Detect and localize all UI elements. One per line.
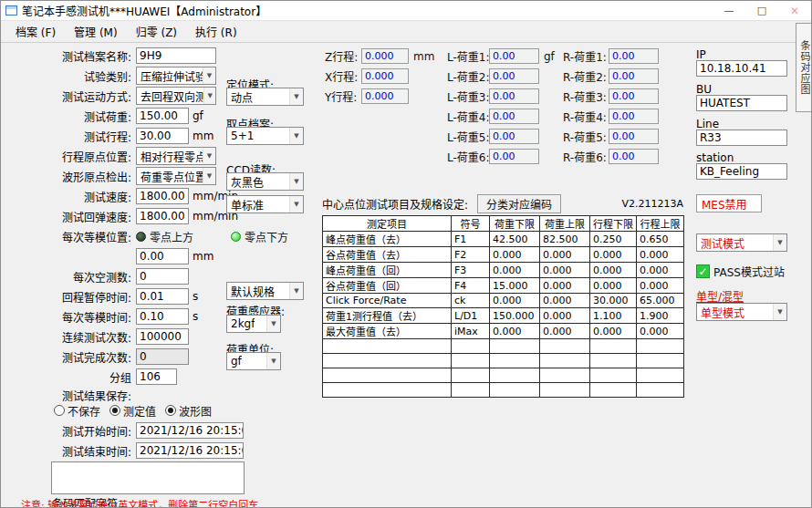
radio-no-save[interactable]	[54, 405, 65, 416]
right-load-value-display: 0.00	[609, 88, 659, 104]
table-row[interactable]: 峰点荷重值（回）F30.0000.0000.0000.000	[323, 263, 684, 278]
load-unit-select[interactable]: gf ▼	[226, 352, 281, 370]
left-load-value-display: 0.00	[489, 88, 539, 104]
chevron-down-icon: ▼	[266, 316, 280, 332]
maximize-button[interactable]: □	[745, 1, 778, 21]
table-cell	[540, 339, 590, 354]
mes-status-button[interactable]: MES禁用	[696, 194, 762, 213]
test-speed-input[interactable]: 1800.00	[136, 188, 189, 204]
minimize-button[interactable]: —	[713, 1, 745, 21]
ip-label: IP	[696, 48, 706, 61]
table-cell: 0.000	[590, 263, 637, 278]
test-category-select[interactable]: 压缩拉伸试验 ▼	[136, 67, 216, 85]
standard-select[interactable]: 单标准 ▼	[226, 195, 304, 213]
right-load-label: R-荷重2:	[563, 68, 609, 84]
table-cell: 30.000	[590, 294, 637, 308]
right-load-value-display: 0.00	[609, 129, 659, 144]
table-row[interactable]: 最大荷重值（去）iMax0.0000.0000.0000.000	[323, 324, 684, 339]
axis-label: Y行程:	[325, 88, 361, 104]
stroke-origin-select[interactable]: 相对行程零点 ▼	[136, 147, 216, 165]
test-stroke-unit: mm	[193, 130, 213, 142]
wave-origin-label: 波形原点检出:	[37, 169, 136, 184]
spec-table-head-row: 测定项目符号荷重下限荷重上限行程下限行程上限	[323, 216, 684, 232]
left-load-label: L-荷重4:	[447, 109, 489, 124]
stroke-origin-label: 行程原点位置:	[37, 149, 136, 164]
left-load-label: L-荷重3:	[447, 88, 489, 104]
table-row[interactable]: 峰点荷重值（去）F142.50082.5000.2500.650	[323, 232, 684, 247]
position-mode-select[interactable]: 动点 ▼	[226, 88, 304, 106]
table-cell	[323, 383, 452, 398]
motion-mode-select[interactable]: 去回程双向测定 ▼	[136, 87, 216, 105]
wait-position-label: 每次等模位置:	[37, 229, 136, 244]
pause-time-unit: s	[193, 290, 198, 303]
table-row[interactable]: 荷重1测行程值（去）L/D1150.0000.0001.1001.900	[323, 308, 684, 324]
test-mode-value: 测试模式	[701, 235, 744, 251]
table-cell	[323, 339, 452, 354]
chevron-down-icon: ▼	[203, 88, 215, 104]
table-cell: 0.000	[540, 324, 590, 339]
motion-mode-label: 测试运动方式:	[37, 88, 136, 104]
table-row[interactable]	[323, 368, 684, 383]
menu-run[interactable]: 执行 (R)	[186, 21, 246, 42]
test-load-input[interactable]: 150.00	[136, 108, 189, 124]
wave-origin-select[interactable]: 荷重零点位置 ▼	[136, 167, 216, 185]
right-load-label: R-荷重5:	[563, 129, 609, 144]
station-input[interactable]: KB_Feeling	[696, 163, 787, 180]
barcode-input[interactable]	[51, 461, 245, 494]
start-time-display: 2021/12/16 20:15:04	[136, 422, 244, 439]
pass-checkbox[interactable]: ✓	[696, 264, 710, 278]
window-controls: — □ ✕	[713, 1, 811, 21]
ip-input[interactable]: 10.18.10.41	[696, 60, 787, 77]
wait-offset-input[interactable]: 0.00	[136, 248, 189, 264]
right-load-label: R-荷重1:	[563, 48, 609, 64]
table-cell	[590, 339, 637, 354]
radio-waveform[interactable]	[165, 405, 176, 416]
test-mode-select[interactable]: 测试模式 ▼	[696, 233, 787, 252]
type-mode-select[interactable]: 单型模式 ▼	[696, 303, 787, 321]
left-load-value-display: 0.00	[489, 48, 539, 64]
barcode-map-side-tab[interactable]: 条码对应图	[796, 23, 812, 112]
point-file-select[interactable]: 5+1 ▼	[226, 127, 304, 145]
continuous-count-input[interactable]: 100000	[136, 328, 189, 345]
table-cell: F3	[452, 263, 490, 278]
menu-zero[interactable]: 归零 (Z)	[127, 21, 186, 42]
table-cell: 0.250	[590, 232, 637, 247]
led-below-zero[interactable]	[231, 232, 241, 242]
test-category-value: 压缩拉伸试验	[141, 68, 203, 84]
test-category-label: 试验类别:	[37, 68, 136, 84]
file-name-input[interactable]: 9H9	[136, 47, 216, 64]
ccd-read-select[interactable]: 灰黑色 ▼	[226, 172, 304, 191]
radio-measured-value-label: 测定值	[123, 403, 156, 419]
default-spec-select[interactable]: 默认规格 ▼	[226, 282, 304, 300]
menu-manage[interactable]: 管理 (M)	[65, 21, 127, 42]
load-unit-value: gf	[231, 355, 242, 368]
wait-offset-unit: mm	[193, 250, 213, 263]
left-load-unit: gf	[539, 50, 563, 63]
load-sensor-select[interactable]: 2kgf ▼	[226, 315, 281, 333]
table-row[interactable]: 谷点荷重值（回）F415.0000.0000.0000.000	[323, 278, 684, 294]
pause-time-input[interactable]: 0.01	[136, 288, 189, 305]
led-above-zero[interactable]	[136, 232, 146, 242]
wait-time-input[interactable]: 0.10	[136, 308, 189, 325]
close-button[interactable]: ✕	[778, 1, 811, 21]
test-stroke-input[interactable]: 30.00	[136, 128, 189, 144]
axis-label: Z行程:	[325, 48, 361, 64]
table-cell: 0.000	[490, 324, 540, 339]
wait-position-option-above: 零点上方	[150, 229, 193, 244]
table-row[interactable]	[323, 383, 684, 398]
table-row[interactable]	[323, 354, 684, 368]
bu-input[interactable]: HUATEST	[696, 95, 787, 111]
group-input[interactable]: 106	[136, 368, 177, 385]
empty-tests-input[interactable]: 0	[136, 268, 189, 285]
line-input[interactable]: R33	[696, 130, 787, 146]
left-load-value-display: 0.00	[489, 129, 539, 144]
rebound-speed-input[interactable]: 1800.00	[136, 208, 189, 224]
chevron-down-icon: ▼	[203, 168, 215, 184]
table-row[interactable]	[323, 339, 684, 354]
menu-file[interactable]: 档案 (F)	[6, 21, 65, 42]
right-load-value-display: 0.00	[609, 48, 659, 64]
table-row[interactable]: Click Force/Rateck0.0000.00030.00065.000	[323, 294, 684, 308]
table-row[interactable]: 谷点荷重值（去）F20.0000.0000.0000.000	[323, 247, 684, 263]
tab-category-code[interactable]: 分类对应编码	[477, 194, 561, 213]
radio-measured-value[interactable]	[109, 405, 120, 416]
